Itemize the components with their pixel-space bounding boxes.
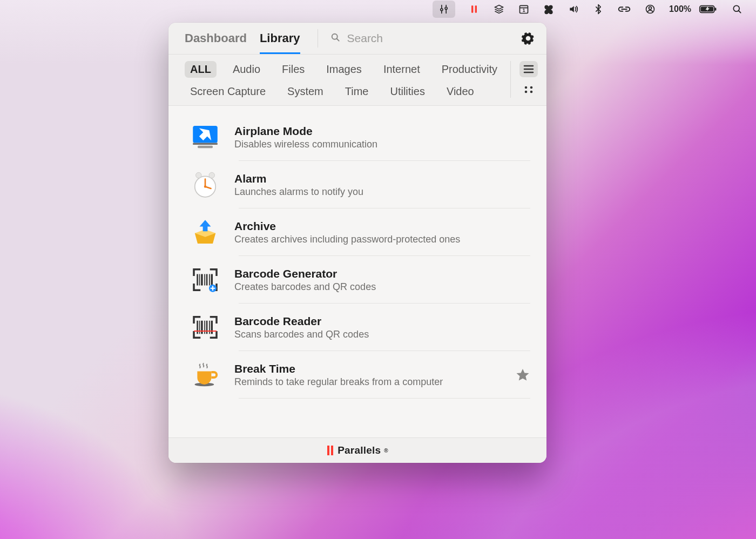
svg-point-21 <box>196 172 202 178</box>
item-desc: Creates barcodes and QR codes <box>234 281 530 293</box>
svg-rect-40 <box>209 321 210 334</box>
svg-rect-26 <box>203 226 208 232</box>
svg-rect-28 <box>199 274 200 286</box>
menubar-toolbox-icon[interactable] <box>433 1 455 18</box>
archive-icon <box>188 215 222 250</box>
svg-point-25 <box>204 185 206 187</box>
list-item[interactable]: Barcode Reader Scans barcodes and QR cod… <box>168 304 546 351</box>
item-desc: Disables wireless communication <box>234 139 530 150</box>
view-switch <box>510 61 538 98</box>
macos-menubar: 1 <box>0 0 756 18</box>
svg-point-22 <box>209 172 215 178</box>
svg-text:1: 1 <box>523 8 525 13</box>
menubar-battery-icon[interactable] <box>699 2 718 17</box>
item-title: Alarm <box>234 172 530 185</box>
item-title: Barcode Reader <box>234 315 530 328</box>
search-input[interactable] <box>346 31 515 45</box>
item-title: Archive <box>234 220 530 233</box>
item-title: Barcode Generator <box>234 267 530 280</box>
filter-productivity[interactable]: Productivity <box>436 61 503 78</box>
svg-rect-29 <box>201 274 203 286</box>
filter-screen-capture[interactable]: Screen Capture <box>185 83 271 100</box>
filter-system[interactable]: System <box>282 83 329 100</box>
parallels-toolbox-window: Dashboard Library ALL Audio Fi <box>168 23 546 463</box>
airplane-mode-icon <box>188 120 222 154</box>
item-desc: Reminds to take regular breaks from a co… <box>234 376 503 388</box>
break-time-icon <box>188 358 222 392</box>
list-item[interactable]: Barcode Generator Creates barcodes and Q… <box>168 256 546 304</box>
tab-library[interactable]: Library <box>260 23 300 54</box>
view-grid-button[interactable] <box>519 82 538 98</box>
filter-audio[interactable]: Audio <box>227 61 266 78</box>
item-desc: Launches alarms to notify you <box>234 186 530 198</box>
svg-rect-19 <box>198 146 213 148</box>
svg-rect-44 <box>327 446 329 455</box>
settings-button[interactable] <box>519 30 537 47</box>
alarm-icon <box>188 167 222 202</box>
tab-dashboard[interactable]: Dashboard <box>185 23 247 54</box>
svg-rect-38 <box>204 321 205 334</box>
list-item[interactable]: Archive Creates archives including passw… <box>168 208 546 256</box>
svg-rect-30 <box>204 274 205 286</box>
svg-rect-33 <box>211 274 213 286</box>
list-item[interactable]: Break Time Reminds to take regular break… <box>168 351 546 399</box>
filter-video[interactable]: Video <box>441 83 480 100</box>
svg-point-13 <box>525 86 528 89</box>
filter-time[interactable]: Time <box>340 83 374 100</box>
item-desc: Creates archives including password-prot… <box>234 234 530 245</box>
svg-point-16 <box>530 91 533 93</box>
svg-point-15 <box>525 91 528 93</box>
svg-rect-32 <box>209 274 210 286</box>
registered-mark: ® <box>384 448 388 454</box>
view-list-button[interactable] <box>519 61 538 77</box>
list-item[interactable]: Airplane Mode Disables wireless communic… <box>168 113 546 161</box>
filter-internet[interactable]: Internet <box>378 61 426 78</box>
svg-rect-10 <box>715 8 717 10</box>
menubar-link-icon[interactable] <box>617 2 631 17</box>
menubar-pause-icon[interactable] <box>468 2 480 17</box>
svg-rect-18 <box>193 143 218 145</box>
svg-rect-35 <box>197 321 198 334</box>
footer-brand: Parallels <box>338 444 381 456</box>
svg-rect-45 <box>331 446 333 455</box>
menubar-user-icon[interactable] <box>644 2 656 17</box>
filter-all[interactable]: ALL <box>185 61 217 78</box>
menubar-battery-percent: 100% <box>669 2 691 17</box>
menubar-stack-icon[interactable] <box>493 2 505 17</box>
menubar-butterfly-icon[interactable] <box>543 2 555 17</box>
parallels-logo-bars-icon <box>327 446 334 455</box>
svg-point-14 <box>530 86 533 89</box>
svg-rect-2 <box>471 5 473 12</box>
window-footer: Parallels® <box>168 437 546 463</box>
svg-rect-41 <box>211 321 213 334</box>
filter-images[interactable]: Images <box>321 61 367 78</box>
tool-list[interactable]: Airplane Mode Disables wireless communic… <box>168 106 546 437</box>
search-icon <box>330 32 341 45</box>
menubar-spotlight-icon[interactable] <box>731 2 743 17</box>
desktop-wallpaper: 1 <box>0 0 756 539</box>
svg-point-7 <box>649 6 652 9</box>
svg-rect-37 <box>201 321 203 334</box>
menubar-volume-icon[interactable] <box>568 2 579 17</box>
svg-rect-36 <box>199 321 200 334</box>
svg-rect-39 <box>206 321 208 334</box>
svg-rect-27 <box>197 274 198 286</box>
item-title: Break Time <box>234 362 503 375</box>
filter-files[interactable]: Files <box>276 61 310 78</box>
svg-rect-3 <box>475 5 477 12</box>
item-title: Airplane Mode <box>234 125 530 138</box>
barcode-reader-icon <box>188 310 222 345</box>
barcode-generator-icon <box>188 262 222 297</box>
filter-utilities[interactable]: Utilities <box>384 83 430 100</box>
menubar-calendar-icon[interactable]: 1 <box>518 2 530 17</box>
toolbar-tabs: Dashboard Library <box>185 23 300 54</box>
svg-rect-31 <box>206 274 208 286</box>
list-item[interactable]: Alarm Launches alarms to notify you <box>168 161 546 208</box>
window-toolbar: Dashboard Library <box>168 23 546 55</box>
toolbar-divider <box>318 29 318 48</box>
favorite-star-button[interactable] <box>515 367 530 382</box>
menubar-bluetooth-icon[interactable] <box>592 2 604 17</box>
category-filterbar: ALL Audio Files Images Internet Producti… <box>168 55 546 106</box>
item-desc: Scans barcodes and QR codes <box>234 329 530 340</box>
